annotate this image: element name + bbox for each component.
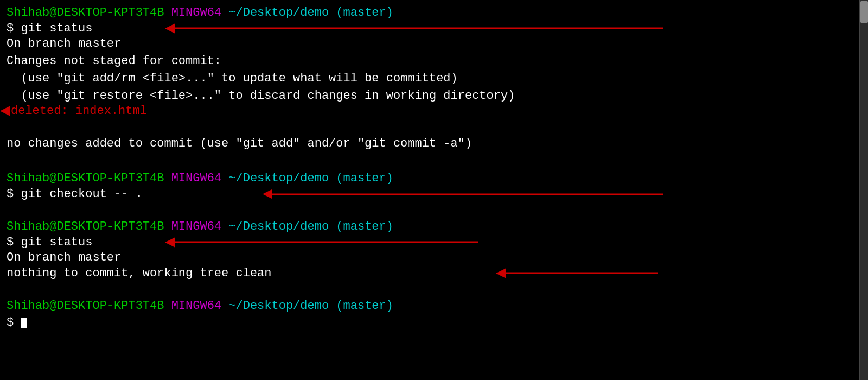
arrow-4 (506, 273, 658, 274)
prompt-line-2: Shihab@DESKTOP-KPT3T4B MINGW64 ~/Desktop… (7, 170, 853, 187)
arrow-head-4 (496, 268, 506, 278)
last-cmd-line: $ (7, 314, 853, 332)
path-1: ~/Desktop/demo (228, 4, 329, 22)
nothing-to-commit-line: nothing to commit, working tree clean (7, 267, 853, 280)
arrow-head-left-deleted (0, 106, 10, 116)
deleted-line: deleted: index.html (7, 104, 853, 118)
deleted-label: deleted: index.html (11, 104, 147, 118)
prompt-line-3: Shihab@DESKTOP-KPT3T4B MINGW64 ~/Desktop… (7, 218, 853, 236)
branch-1: (master) (336, 4, 393, 22)
arrow-1 (175, 28, 663, 29)
terminal: Shihab@DESKTOP-KPT3T4B MINGW64 ~/Desktop… (0, 0, 859, 380)
terminal-block-2: Shihab@DESKTOP-KPT3T4B MINGW64 ~/Desktop… (7, 170, 853, 218)
arrow-2 (272, 193, 663, 195)
arrow-head-3 (165, 237, 175, 247)
arrow-line-3 (175, 242, 478, 243)
scrollbar-thumb[interactable] (860, 1, 868, 23)
arrow-line-1 (175, 28, 663, 29)
shell-1: MINGW64 (171, 4, 221, 22)
terminal-block-3: Shihab@DESKTOP-KPT3T4B MINGW64 ~/Desktop… (7, 218, 853, 297)
path-2: ~/Desktop/demo (228, 170, 329, 187)
cmd-line-2: $ git checkout -- . (7, 187, 853, 201)
output-on-branch-1: On branch master (7, 35, 853, 53)
cmd-text-3: $ git status (7, 236, 92, 249)
dollar-prompt: $ (7, 314, 21, 332)
cmd-text-1: $ git status (7, 22, 92, 35)
arrow-head-1 (165, 23, 175, 33)
arrow-line-4 (506, 273, 658, 274)
user-host-2: Shihab@DESKTOP-KPT3T4B (7, 170, 164, 187)
arrow-3 (175, 242, 478, 243)
path-4: ~/Desktop/demo (228, 297, 329, 315)
output-on-branch-3: On branch master (7, 249, 853, 267)
scrollbar[interactable] (859, 0, 868, 380)
branch-2: (master) (336, 170, 393, 187)
output-no-changes: no changes added to commit (use "git add… (7, 135, 853, 153)
output-hint-add: (use "git add/rm <file>..." to update wh… (7, 70, 853, 87)
cursor (21, 318, 27, 328)
user-host-1: Shihab@DESKTOP-KPT3T4B (7, 4, 164, 22)
left-arrow-deleted (0, 110, 10, 112)
user-host-3: Shihab@DESKTOP-KPT3T4B (7, 218, 164, 236)
terminal-block-4: Shihab@DESKTOP-KPT3T4B MINGW64 ~/Desktop… (7, 297, 853, 332)
arrow-head-2 (263, 189, 272, 199)
shell-2: MINGW64 (171, 170, 221, 187)
output-changes-not-staged: Changes not staged for commit: (7, 53, 853, 70)
user-host-4: Shihab@DESKTOP-KPT3T4B (7, 297, 164, 315)
prompt-line-4: Shihab@DESKTOP-KPT3T4B MINGW64 ~/Desktop… (7, 297, 853, 315)
path-3: ~/Desktop/demo (228, 218, 329, 236)
shell-4: MINGW64 (171, 297, 221, 315)
output-hint-restore: (use "git restore <file>..." to discard … (7, 87, 853, 105)
cmd-line-1: $ git status (7, 22, 853, 35)
shell-3: MINGW64 (171, 218, 221, 236)
nothing-to-commit-text: nothing to commit, working tree clean (7, 267, 271, 280)
cmd-text-2: $ git checkout -- . (7, 187, 143, 201)
arrow-line-2 (272, 193, 663, 195)
branch-3: (master) (336, 218, 393, 236)
cmd-line-3: $ git status (7, 236, 853, 249)
terminal-block-1: Shihab@DESKTOP-KPT3T4B MINGW64 ~/Desktop… (7, 4, 853, 170)
branch-4: (master) (336, 297, 393, 315)
prompt-line-1: Shihab@DESKTOP-KPT3T4B MINGW64 ~/Desktop… (7, 4, 853, 22)
